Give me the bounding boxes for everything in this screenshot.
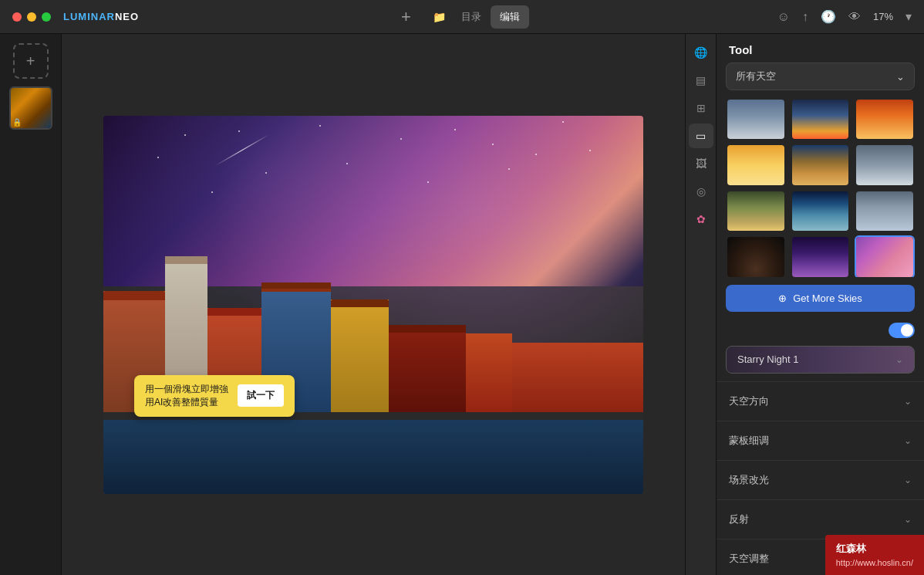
maximize-button[interactable] xyxy=(42,12,51,22)
toggle-knob xyxy=(901,324,913,337)
main-layout: + 🔒 xyxy=(0,34,924,575)
sky-thumb-2[interactable] xyxy=(791,98,851,140)
sky-thumb-6[interactable] xyxy=(855,144,915,186)
watermark-url: http://www.hoslin.cn/ xyxy=(836,556,913,570)
building-8 xyxy=(512,343,643,420)
sky-thumb-8[interactable] xyxy=(791,190,851,232)
ai-tooltip: 用一個滑塊立即增強 用AI改善整體質量 試一下 xyxy=(134,375,295,417)
toggle-row xyxy=(717,320,924,341)
edit-tab[interactable]: 编辑 xyxy=(491,5,529,29)
layers-tool-icon[interactable]: ▤ xyxy=(689,68,713,93)
traffic-lights xyxy=(12,12,51,22)
water-reflection xyxy=(103,415,643,494)
right-sidebar: 🌐 ▤ ⊞ ▭ 🖼 ◎ ✿ Tool 所有天空 ⌄ xyxy=(685,34,924,575)
building-7 xyxy=(466,333,512,419)
section-label-reflection: 反射 xyxy=(729,512,749,526)
history-icon[interactable]: 🕐 xyxy=(821,9,836,24)
thumbnail-item[interactable]: 🔒 xyxy=(9,86,52,130)
shooting-star xyxy=(215,134,269,166)
app-logo: LUMINARNEO xyxy=(63,11,139,22)
chevron-right-icon-3: ⌄ xyxy=(904,475,912,485)
chevron-right-icon: ⌄ xyxy=(904,396,912,407)
image-tool-icon[interactable]: 🖼 xyxy=(689,151,713,176)
add-photo-button[interactable]: + xyxy=(13,43,49,79)
section-label-mask-detail: 蒙板细调 xyxy=(729,434,769,448)
sky-name-label: Starry Night 1 xyxy=(737,353,798,365)
minimize-button[interactable] xyxy=(27,12,36,22)
add-button[interactable]: + xyxy=(395,4,417,30)
section-reflection[interactable]: 反射 ⌄ xyxy=(717,503,924,536)
titlebar: LUMINARNEO + 📁 目录 编辑 ☺ ↑ 🕐 👁 17% ▾ xyxy=(0,0,924,34)
lock-icon: 🔒 xyxy=(12,118,22,127)
sky-toggle[interactable] xyxy=(889,323,915,338)
section-label-scene-lighting: 场景改光 xyxy=(729,473,769,487)
grid-tool-icon[interactable]: ⊞ xyxy=(689,96,713,120)
divider-4 xyxy=(717,499,924,500)
section-label-sky-adjust: 天空调整 xyxy=(729,552,769,566)
sky-thumb-11[interactable] xyxy=(791,235,851,276)
titlebar-right: ☺ ↑ 🕐 👁 17% ▾ xyxy=(777,9,912,24)
sky-thumb-3[interactable] xyxy=(855,98,915,140)
folder-button[interactable]: 📁 xyxy=(427,8,452,26)
sky-thumb-1[interactable] xyxy=(726,98,786,140)
section-label-sky-direction: 天空方向 xyxy=(729,394,769,408)
chevron-down-icon: ⌄ xyxy=(896,71,905,83)
share-icon[interactable]: ↑ xyxy=(802,10,808,24)
sky-thumbnail-grid xyxy=(717,98,924,277)
building-5 xyxy=(331,299,389,420)
sky-name-dropdown[interactable]: Starry Night 1 ⌄ xyxy=(726,346,915,374)
tool-icon-strip: 🌐 ▤ ⊞ ▭ 🖼 ◎ ✿ xyxy=(686,34,717,575)
sky-thumb-10[interactable] xyxy=(726,235,786,276)
eye-icon[interactable]: 👁 xyxy=(848,10,861,24)
chevron-right-icon-2: ⌄ xyxy=(904,435,912,446)
rectangle-tool-icon[interactable]: ▭ xyxy=(689,123,713,148)
sky-filter-dropdown[interactable]: 所有天空 ⌄ xyxy=(726,63,915,90)
folder-label: 目录 xyxy=(461,10,481,24)
titlebar-center: + 📁 目录 编辑 xyxy=(395,4,529,30)
section-scene-lighting[interactable]: 场景改光 ⌄ xyxy=(717,464,924,496)
divider-1 xyxy=(717,381,924,382)
photo-container: 用一個滑塊立即增強 用AI改善整體質量 試一下 xyxy=(103,116,643,494)
close-button[interactable] xyxy=(12,12,22,22)
sky-thumb-12[interactable] xyxy=(855,235,915,276)
panel-title: Tool xyxy=(717,34,924,63)
chevron-down-icon: ⌄ xyxy=(895,354,903,365)
building-6 xyxy=(389,325,466,420)
watermark: 红森林 http://www.hoslin.cn/ xyxy=(825,535,924,575)
flower-tool-icon[interactable]: ✿ xyxy=(689,207,713,232)
plus-circle-icon: ⊕ xyxy=(778,293,787,304)
thumbnail-strip: + 🔒 xyxy=(0,34,62,575)
sky-thumb-4[interactable] xyxy=(726,144,786,186)
sky-thumb-5[interactable] xyxy=(791,144,851,186)
watermark-text: 红森林 xyxy=(836,541,913,556)
sky-filter-label: 所有天空 xyxy=(736,69,776,83)
section-mask-detail[interactable]: 蒙板细调 ⌄ xyxy=(717,424,924,457)
get-more-skies-button[interactable]: ⊕ Get More Skies xyxy=(726,285,915,312)
chevron-down-icon[interactable]: ▾ xyxy=(905,9,912,24)
divider-3 xyxy=(717,460,924,461)
buildings-area xyxy=(103,248,643,494)
circle-tool-icon[interactable]: ◎ xyxy=(689,179,713,204)
section-sky-direction[interactable]: 天空方向 ⌄ xyxy=(717,385,924,418)
ai-tooltip-text: 用一個滑塊立即增強 用AI改善整體質量 xyxy=(145,383,228,409)
canvas-area: 用一個滑塊立即增強 用AI改善整體質量 試一下 xyxy=(62,34,685,575)
divider-2 xyxy=(717,421,924,421)
panel-content: Tool 所有天空 ⌄ xyxy=(717,34,924,575)
chevron-right-icon-4: ⌄ xyxy=(904,514,912,525)
photo-canvas xyxy=(103,116,643,494)
zoom-level[interactable]: 17% xyxy=(873,11,893,22)
try-button[interactable]: 試一下 xyxy=(238,384,284,407)
sky-thumb-7[interactable] xyxy=(726,190,786,232)
globe-tool-icon[interactable]: 🌐 xyxy=(689,40,713,65)
sky-thumb-9[interactable] xyxy=(855,190,915,232)
smiley-icon[interactable]: ☺ xyxy=(777,10,790,24)
